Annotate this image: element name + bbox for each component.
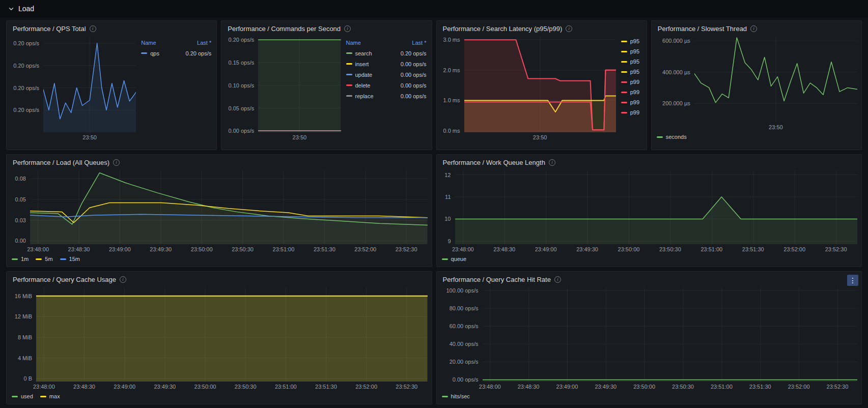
panel-title[interactable]: Performance / Commands per Second bbox=[228, 25, 341, 33]
qps-chart[interactable]: 0.20 ops/s0.20 ops/s0.20 ops/s0.20 ops/s… bbox=[11, 36, 136, 141]
legend-item[interactable]: 15m bbox=[60, 256, 80, 262]
slowest-thread-chart[interactable]: 600.000 µs400.000 µs200.000 µs 23:50 bbox=[656, 36, 857, 131]
panel-header: Performance / Search Latency (p95/p99) i bbox=[437, 21, 647, 36]
legend-item[interactable]: p99 bbox=[621, 99, 642, 105]
legend-label[interactable]: delete bbox=[355, 82, 371, 89]
cache-usage-chart[interactable]: 16 MiB12 MiB8 MiB4 MiB0 B 23:48:0023:48:… bbox=[11, 287, 428, 391]
legend-row[interactable]: qps 0.20 ops/s bbox=[141, 48, 211, 59]
legend-item[interactable]: 5m bbox=[36, 256, 52, 262]
plot-area[interactable] bbox=[258, 36, 341, 132]
plot-area[interactable] bbox=[483, 287, 858, 382]
legend-label[interactable]: p95 bbox=[630, 38, 639, 44]
legend-row[interactable]: update 0.00 ops/s bbox=[346, 69, 427, 80]
legend-item[interactable]: p99 bbox=[621, 79, 642, 85]
legend-label[interactable]: max bbox=[49, 393, 60, 399]
series-marker bbox=[442, 396, 448, 397]
legend-item[interactable]: p95 bbox=[621, 38, 642, 44]
legend-label[interactable]: search bbox=[355, 50, 372, 56]
legend-item[interactable]: p99 bbox=[621, 109, 642, 115]
legend-label[interactable]: seconds bbox=[666, 134, 687, 140]
legend-item[interactable]: p95 bbox=[621, 69, 642, 75]
info-icon[interactable]: i bbox=[549, 159, 555, 166]
panel-title[interactable]: Performance / Slowest Thread bbox=[658, 25, 747, 33]
legend-item[interactable]: p95 bbox=[621, 48, 642, 54]
legend-row[interactable]: insert 0.00 ops/s bbox=[346, 59, 427, 69]
legend-label[interactable]: hits/sec bbox=[451, 393, 470, 399]
section-header[interactable]: Load bbox=[0, 0, 868, 17]
legend-item[interactable]: 1m bbox=[12, 256, 29, 262]
panel-title[interactable]: Performance / Query Cache Hit Rate bbox=[443, 276, 551, 283]
info-icon[interactable]: i bbox=[90, 25, 96, 32]
legend-header-last[interactable]: Last * bbox=[412, 40, 426, 46]
legend-row[interactable]: delete 0.00 ops/s bbox=[346, 80, 427, 91]
info-icon[interactable]: i bbox=[344, 25, 351, 32]
legend-label[interactable]: used bbox=[21, 393, 33, 399]
legend: hits/sec bbox=[441, 391, 858, 401]
plot-area[interactable] bbox=[36, 287, 428, 382]
legend-value: 0.00 ops/s bbox=[401, 72, 427, 78]
plot-area[interactable] bbox=[455, 170, 858, 244]
panel-header: Performance / Load (All Queues) i bbox=[7, 155, 432, 170]
work-queue-chart[interactable]: 1211109 23:48:0023:48:3023:49:0023:49:30… bbox=[441, 170, 858, 253]
legend-label[interactable]: p99 bbox=[630, 79, 639, 85]
series-marker bbox=[12, 396, 18, 397]
legend-label[interactable]: replace bbox=[355, 93, 374, 99]
legend-item[interactable]: p95 bbox=[621, 59, 642, 65]
panel-title[interactable]: Performance / Work Queue Length bbox=[443, 159, 545, 166]
info-icon[interactable]: i bbox=[750, 25, 757, 32]
load-chart[interactable]: 0.080.050.030.00 23:48:0023:48:3023:49:0… bbox=[11, 170, 428, 253]
legend-item[interactable]: p99 bbox=[621, 89, 642, 95]
legend-label[interactable]: 15m bbox=[69, 256, 80, 262]
commands-chart[interactable]: 0.20 ops/s0.15 ops/s0.10 ops/s0.05 ops/s… bbox=[226, 36, 341, 141]
panel-title[interactable]: Performance / Query Cache Usage bbox=[13, 276, 116, 283]
legend-label[interactable]: p95 bbox=[630, 48, 639, 54]
legend-item[interactable]: max bbox=[40, 393, 60, 399]
info-icon[interactable]: i bbox=[120, 276, 126, 283]
panel-title[interactable]: Performance / Load (All Queues) bbox=[13, 159, 109, 166]
y-axis-labels: 3.0 ms2.0 ms1.0 ms0.0 ms bbox=[441, 36, 464, 132]
hit-rate-chart[interactable]: 100.00 ops/s80.00 ops/s60.00 ops/s40.00 … bbox=[441, 287, 858, 391]
legend-header-name[interactable]: Name bbox=[141, 40, 156, 46]
legend-value: 0.20 ops/s bbox=[401, 50, 427, 56]
plot-area[interactable] bbox=[464, 36, 616, 132]
series-marker bbox=[346, 95, 352, 97]
legend-item[interactable]: seconds bbox=[657, 134, 687, 140]
legend-label[interactable]: queue bbox=[451, 256, 467, 262]
info-icon[interactable]: i bbox=[566, 25, 572, 32]
legend-item[interactable]: queue bbox=[442, 256, 467, 262]
panel-work-queue-length: Performance / Work Queue Length i 121110… bbox=[436, 154, 862, 267]
y-axis-labels: 0.080.050.030.00 bbox=[11, 170, 30, 244]
y-axis-labels: 16 MiB12 MiB8 MiB4 MiB0 B bbox=[11, 287, 36, 382]
panel-header: Performance / Query Cache Usage i bbox=[7, 272, 432, 287]
plot-area[interactable] bbox=[30, 170, 428, 244]
legend-label[interactable]: p95 bbox=[630, 69, 639, 75]
legend-label[interactable]: p95 bbox=[630, 59, 639, 65]
plot-area[interactable] bbox=[694, 36, 857, 122]
legend-label[interactable]: p99 bbox=[630, 109, 639, 115]
legend-label[interactable]: 1m bbox=[21, 256, 29, 262]
legend-label[interactable]: 5m bbox=[45, 256, 52, 262]
series-marker bbox=[36, 258, 42, 260]
legend-label[interactable]: qps bbox=[150, 50, 159, 56]
chevron-down-icon[interactable] bbox=[8, 6, 14, 12]
info-icon[interactable]: i bbox=[113, 159, 120, 166]
panel-menu-icon[interactable]: ⋮ bbox=[847, 275, 858, 286]
legend-row[interactable]: replace 0.00 ops/s bbox=[346, 91, 427, 101]
panel-title[interactable]: Performance / Search Latency (p95/p99) bbox=[443, 25, 563, 33]
legend-label[interactable]: p99 bbox=[630, 89, 639, 95]
plot-area[interactable] bbox=[43, 36, 136, 132]
panel-title[interactable]: Performance / QPS Total bbox=[13, 25, 86, 33]
legend-label[interactable]: insert bbox=[355, 61, 369, 67]
legend-item[interactable]: hits/sec bbox=[442, 393, 470, 399]
legend-label[interactable]: p99 bbox=[630, 99, 639, 105]
legend-row[interactable]: search 0.20 ops/s bbox=[346, 48, 427, 59]
series-marker bbox=[621, 92, 627, 93]
legend-header-last[interactable]: Last * bbox=[197, 40, 211, 46]
legend-header-name[interactable]: Name bbox=[346, 40, 361, 46]
section-title[interactable]: Load bbox=[18, 5, 34, 13]
legend-label[interactable]: update bbox=[355, 72, 373, 78]
latency-chart[interactable]: 3.0 ms2.0 ms1.0 ms0.0 ms 23:50 bbox=[441, 36, 616, 141]
legend: seconds bbox=[656, 131, 857, 141]
legend-item[interactable]: used bbox=[12, 393, 33, 399]
info-icon[interactable]: i bbox=[554, 276, 561, 283]
